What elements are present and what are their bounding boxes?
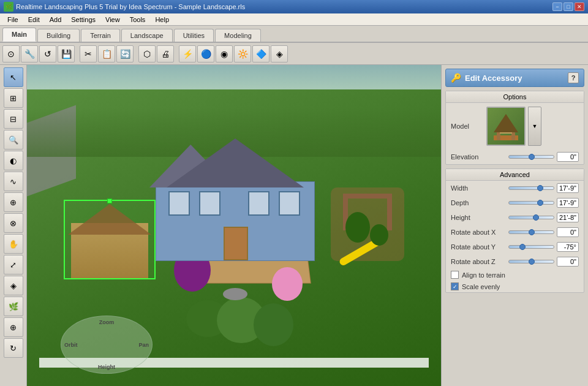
menu-add[interactable]: Add bbox=[45, 15, 67, 25]
window4 bbox=[279, 191, 300, 216]
sidebar-btn-terrain[interactable]: ∿ bbox=[4, 172, 23, 191]
svg-marker-1 bbox=[494, 114, 518, 132]
rotate-x-thumb[interactable] bbox=[529, 229, 535, 235]
elevation-slider[interactable] bbox=[508, 155, 554, 159]
toolbar-btn-save[interactable]: 💾 bbox=[58, 45, 75, 62]
rotate-x-value: 0" bbox=[557, 227, 579, 237]
rotate-x-label: Rotate about X bbox=[451, 229, 506, 236]
sidebar-btn-action1[interactable]: ⊕ bbox=[4, 317, 23, 337]
rotate-y-slider[interactable] bbox=[508, 245, 554, 249]
advanced-section: Advanced Width 17'-9" Depth 17'-9" Heigh… bbox=[445, 168, 584, 293]
toolbar-btn-shape[interactable]: 🔷 bbox=[252, 45, 270, 62]
width-slider[interactable] bbox=[508, 186, 554, 190]
sidebar-btn-rotate[interactable]: ⤢ bbox=[4, 255, 23, 274]
sidebar-btn-plant[interactable]: 🌿 bbox=[4, 297, 23, 316]
toolbar-btn-print[interactable]: 🖨 bbox=[157, 45, 174, 62]
sidebar-btn-action2[interactable]: ↻ bbox=[4, 338, 23, 358]
rotate-z-thumb[interactable] bbox=[529, 259, 535, 265]
viewport[interactable]: Zoom Height Orbit Pan bbox=[27, 65, 441, 386]
tab-main[interactable]: Main bbox=[2, 28, 36, 42]
toolbar-btn-view1[interactable]: 🔵 bbox=[197, 45, 214, 62]
model-preview bbox=[486, 107, 526, 146]
toolbar-btn-copy[interactable]: 📋 bbox=[98, 45, 115, 62]
tab-terrain[interactable]: Terrain bbox=[81, 29, 120, 42]
window3 bbox=[248, 191, 270, 216]
model-dropdown[interactable]: ▼ bbox=[528, 107, 541, 146]
maximize-button[interactable]: □ bbox=[564, 2, 573, 11]
advanced-title: Advanced bbox=[446, 169, 584, 181]
toolbar-btn-select[interactable]: ⊙ bbox=[2, 45, 20, 62]
elevation-thumb[interactable] bbox=[529, 154, 535, 160]
selection-handle[interactable] bbox=[107, 199, 112, 203]
tab-building[interactable]: Building bbox=[37, 29, 80, 42]
rotate-x-slider[interactable] bbox=[508, 230, 554, 234]
menu-settings[interactable]: Settings bbox=[66, 15, 100, 25]
svg-rect-4 bbox=[500, 132, 512, 134]
sidebar-btn-add2[interactable]: ⊗ bbox=[4, 213, 23, 233]
sidebar-btn-view2[interactable]: ⊟ bbox=[4, 109, 23, 129]
menubar: File Edit Add Settings View Tools Help bbox=[0, 13, 588, 26]
scale-evenly-checkbox[interactable]: ✓ bbox=[451, 282, 459, 290]
depth-slider[interactable] bbox=[508, 201, 554, 205]
rotate-y-thumb[interactable] bbox=[519, 244, 526, 250]
nav-orbit-label: Orbit bbox=[64, 342, 78, 348]
sidebar-btn-add1[interactable]: ⊕ bbox=[4, 192, 23, 212]
align-terrain-checkbox[interactable] bbox=[451, 271, 459, 279]
toolbar-btn-3d[interactable]: ⬡ bbox=[138, 45, 156, 62]
tab-utilities[interactable]: Utilities bbox=[174, 29, 214, 42]
menu-view[interactable]: View bbox=[100, 15, 125, 25]
rotate-z-slider[interactable] bbox=[508, 260, 554, 263]
height-thumb[interactable] bbox=[533, 214, 539, 221]
sidebar-btn-light[interactable]: ◐ bbox=[4, 151, 23, 170]
toolbar-btn-undo[interactable]: ↺ bbox=[39, 45, 56, 62]
sidebar-btn-pan[interactable]: ✋ bbox=[4, 234, 23, 254]
height-value: 21'-8" bbox=[557, 213, 579, 222]
toolbar: ⊙ 🔧 ↺ 💾 ✂ 📋 🔄 ⬡ 🖨 ⚡ 🔵 ◉ 🔆 🔷 ◈ bbox=[0, 43, 588, 65]
elevation-label: Elevation bbox=[451, 153, 506, 161]
sky bbox=[27, 65, 441, 89]
toolbar-btn-tool[interactable]: 🔧 bbox=[21, 45, 38, 62]
tabbar: Main Building Terrain Landscape Utilitie… bbox=[0, 26, 588, 43]
depth-value: 17'-9" bbox=[557, 198, 579, 208]
window-title: Realtime Landscaping Plus 5 Trial by Ide… bbox=[16, 3, 552, 10]
sidebar-btn-settings[interactable]: ◈ bbox=[4, 276, 23, 295]
front-door bbox=[224, 227, 248, 260]
sidebar-btn-zoom[interactable]: 🔍 bbox=[4, 130, 23, 149]
toolbar-btn-render[interactable]: ⚡ bbox=[179, 45, 196, 62]
width-label: Width bbox=[451, 184, 506, 192]
sidebar-btn-view1[interactable]: ⊞ bbox=[4, 88, 23, 108]
scene-background: Zoom Height Orbit Pan bbox=[27, 65, 441, 386]
close-button[interactable]: ✕ bbox=[575, 2, 584, 11]
minimize-button[interactable]: − bbox=[552, 2, 562, 11]
model-row: Model ▼ bbox=[446, 103, 584, 149]
toolbar-btn-cut[interactable]: ✂ bbox=[80, 45, 97, 62]
tab-landscape[interactable]: Landscape bbox=[121, 29, 173, 42]
pole2 bbox=[387, 194, 392, 230]
right-panel: 🔑 Edit Accessory ? Options Model bbox=[441, 65, 588, 386]
nav-pan-label: Pan bbox=[138, 342, 149, 348]
width-value: 17'-9" bbox=[557, 183, 579, 193]
menu-tools[interactable]: Tools bbox=[125, 15, 151, 25]
toolbar-btn-grid[interactable]: ◈ bbox=[271, 45, 288, 62]
menu-edit[interactable]: Edit bbox=[23, 15, 45, 25]
tree2 bbox=[370, 224, 388, 246]
model-preview-svg bbox=[491, 111, 521, 142]
menu-file[interactable]: File bbox=[2, 15, 23, 25]
window1 bbox=[168, 191, 190, 216]
width-thumb[interactable] bbox=[537, 185, 543, 191]
toolbar-btn-refresh[interactable]: 🔄 bbox=[116, 45, 134, 62]
help-button[interactable]: ? bbox=[568, 72, 579, 83]
depth-row: Depth 17'-9" bbox=[446, 195, 584, 210]
tab-modeling[interactable]: Modeling bbox=[215, 29, 261, 42]
scale-evenly-row: ✓ Scale evenly bbox=[446, 281, 584, 292]
menu-help[interactable]: Help bbox=[150, 15, 174, 25]
sidebar-btn-select[interactable]: ↖ bbox=[4, 67, 23, 87]
toolbar-btn-view2[interactable]: ◉ bbox=[216, 45, 233, 62]
house bbox=[149, 138, 321, 261]
depth-thumb[interactable] bbox=[537, 200, 543, 206]
pink-tree bbox=[272, 267, 303, 301]
height-slider[interactable] bbox=[508, 216, 554, 219]
toolbar-btn-light[interactable]: 🔆 bbox=[234, 45, 251, 62]
model-label: Model bbox=[451, 123, 481, 130]
rotate-y-value: -75° bbox=[557, 242, 579, 252]
